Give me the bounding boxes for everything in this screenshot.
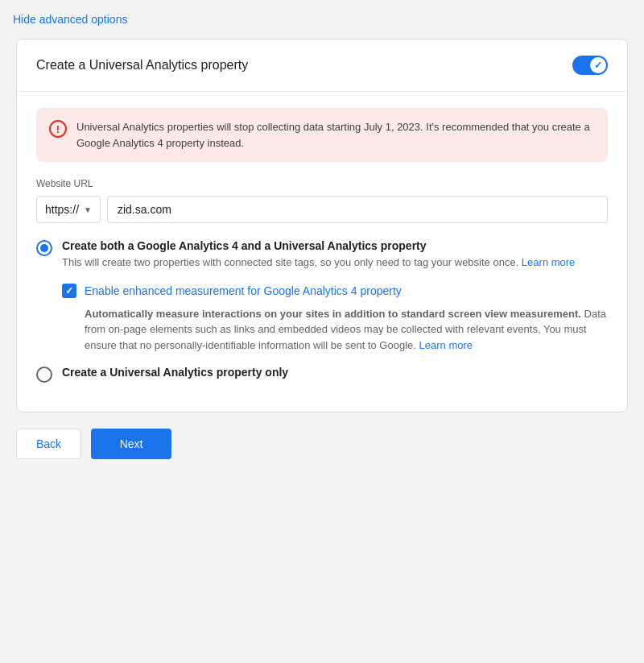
enhanced-section: Enable enhanced measurement for Google A…: [62, 284, 608, 354]
radio-ua-only-label: Create a Universal Analytics property on…: [62, 366, 288, 379]
radio-both-label: Create both a Google Analytics 4 and a U…: [62, 239, 575, 252]
learn-more-link-1[interactable]: Learn more: [522, 256, 575, 268]
card-title: Create a Universal Analytics property: [36, 58, 248, 73]
enhanced-checkbox[interactable]: [62, 284, 76, 298]
create-ua-toggle[interactable]: [572, 56, 608, 75]
radio-option-ua-only[interactable]: Create a Universal Analytics property on…: [36, 366, 608, 383]
enhanced-desc-bold: Automatically measure interactions on yo…: [85, 308, 581, 320]
enhanced-checkbox-label: Enable enhanced measurement for Google A…: [85, 284, 402, 297]
toggle-track: [572, 56, 608, 75]
back-button[interactable]: Back: [16, 429, 81, 459]
hide-advanced-link[interactable]: Hide advanced options: [13, 13, 127, 26]
radio-both-indicator: [36, 240, 52, 256]
protocol-value: https://: [45, 203, 79, 216]
radio-both-content: Create both a Google Analytics 4 and a U…: [62, 239, 575, 271]
radio-both-desc-text: This will create two properties with con…: [62, 256, 522, 268]
card-body: ! Universal Analytics properties will st…: [17, 92, 627, 412]
toggle-thumb: [590, 57, 606, 73]
warning-text: Universal Analytics properties will stop…: [76, 119, 595, 151]
radio-ua-only-indicator: [36, 367, 52, 383]
warning-banner: ! Universal Analytics properties will st…: [36, 108, 608, 162]
url-label: Website URL: [36, 178, 608, 189]
warning-icon: !: [49, 120, 67, 138]
enhanced-desc: Automatically measure interactions on yo…: [85, 306, 608, 354]
url-inputs: https:// ▼: [36, 196, 608, 223]
next-button[interactable]: Next: [91, 429, 171, 459]
chevron-down-icon: ▼: [84, 205, 92, 214]
main-card: Create a Universal Analytics property ! …: [16, 39, 628, 412]
radio-option-both[interactable]: Create both a Google Analytics 4 and a U…: [36, 239, 608, 271]
radio-both-desc: This will create two properties with con…: [62, 255, 575, 271]
footer: Back Next: [16, 412, 628, 459]
protocol-select[interactable]: https:// ▼: [36, 196, 101, 223]
learn-more-link-2[interactable]: Learn more: [419, 339, 473, 351]
domain-input[interactable]: [107, 196, 608, 223]
enhanced-checkbox-row[interactable]: Enable enhanced measurement for Google A…: [62, 284, 608, 298]
card-header: Create a Universal Analytics property: [17, 39, 627, 92]
